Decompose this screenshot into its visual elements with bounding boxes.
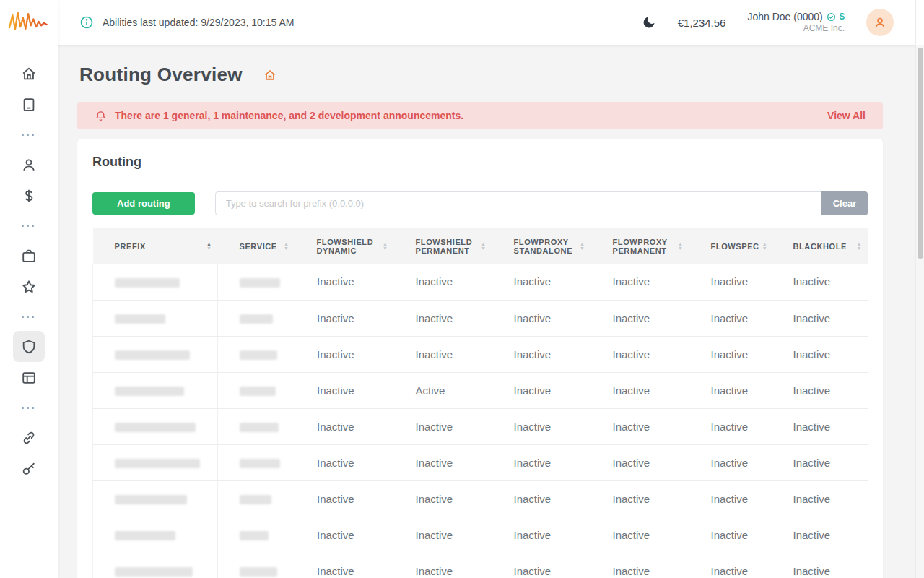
main-column: Abilities last updated: 9/29/2023, 10:15… bbox=[58, 0, 915, 578]
status-cell: Inactive bbox=[591, 517, 689, 553]
status-cell: Inactive bbox=[772, 300, 868, 336]
status-cell: Inactive bbox=[772, 553, 868, 578]
status-cell: Inactive bbox=[492, 553, 591, 578]
redacted-prefix bbox=[115, 387, 184, 396]
status-cell: Inactive bbox=[689, 336, 772, 372]
prefix-cell bbox=[93, 264, 218, 300]
column-header-flowshield-dynamic[interactable]: FLOWSHIELD DYNAMIC▲▼ bbox=[295, 228, 394, 264]
prefix-search-input[interactable] bbox=[215, 191, 821, 215]
sidebar-item-keys[interactable] bbox=[13, 453, 45, 484]
column-header-flowproxy-standalone[interactable]: FLOWPROXY STANDALONE▲▼ bbox=[492, 228, 591, 264]
status-cell: Inactive bbox=[295, 517, 394, 553]
star-icon bbox=[21, 279, 37, 295]
prefix-cell bbox=[93, 408, 218, 444]
sidebar-item-billing[interactable] bbox=[13, 180, 45, 211]
table-row[interactable]: InactiveInactiveInactiveInactiveInactive… bbox=[93, 264, 868, 300]
ellipsis-separator: ··· bbox=[22, 302, 37, 331]
redacted-service bbox=[240, 314, 273, 324]
sidebar-item-services[interactable] bbox=[13, 240, 45, 271]
status-cell: Inactive bbox=[295, 444, 394, 480]
table-row[interactable]: InactiveInactiveInactiveInactiveInactive… bbox=[93, 517, 868, 553]
table-row[interactable]: InactiveInactiveInactiveInactiveInactive… bbox=[93, 408, 868, 444]
column-header-flowproxy-permanent[interactable]: FLOWPROXY PERMANENT▲▼ bbox=[591, 228, 689, 264]
sidebar-item-home[interactable] bbox=[13, 58, 45, 89]
status-cell: Inactive bbox=[394, 300, 492, 336]
sidebar-item-docs[interactable] bbox=[13, 89, 45, 120]
announcement-text: There are 1 general, 1 maintenance, and … bbox=[115, 110, 463, 121]
status-cell: Inactive bbox=[394, 553, 492, 578]
status-cell: Inactive bbox=[689, 300, 772, 336]
status-cell: Inactive bbox=[591, 264, 689, 300]
column-header-prefix[interactable]: PREFIX▲▼ bbox=[93, 228, 218, 264]
status-cell: Inactive bbox=[394, 336, 492, 372]
status-cell: Inactive bbox=[591, 300, 689, 336]
redacted-prefix bbox=[115, 423, 196, 432]
sidebar-item-account[interactable] bbox=[13, 149, 45, 180]
user-menu[interactable]: John Doe (0000) $ ACME Inc. bbox=[747, 10, 845, 35]
routing-card-title: Routing bbox=[92, 155, 868, 170]
breadcrumb-home-link[interactable] bbox=[263, 69, 276, 82]
table-row[interactable]: InactiveInactiveInactiveInactiveInactive… bbox=[93, 336, 868, 372]
status-cell: Inactive bbox=[394, 264, 492, 300]
table-header-row: PREFIX▲▼SERVICE▲▼FLOWSHIELD DYNAMIC▲▼FLO… bbox=[93, 228, 868, 264]
status-cell: Inactive bbox=[591, 372, 689, 408]
redacted-prefix bbox=[115, 314, 165, 324]
routing-controls: Add routing Clear bbox=[92, 191, 868, 215]
redacted-service bbox=[240, 495, 271, 504]
table-row[interactable]: InactiveInactiveInactiveInactiveInactive… bbox=[93, 553, 868, 578]
view-all-link[interactable]: View All bbox=[827, 110, 866, 121]
status-cell: Inactive bbox=[772, 444, 868, 480]
table-row[interactable]: InactiveInactiveInactiveInactiveInactive… bbox=[93, 480, 868, 517]
status-cell: Inactive bbox=[689, 444, 772, 480]
table-row[interactable]: InactiveActiveInactiveInactiveInactiveIn… bbox=[93, 372, 868, 408]
dollar-icon bbox=[21, 188, 37, 204]
status-cell: Inactive bbox=[591, 553, 689, 578]
column-header-flowspec[interactable]: FLOWSPEC▲▼ bbox=[689, 228, 772, 264]
status-cell: Inactive bbox=[772, 517, 868, 553]
redacted-service bbox=[240, 531, 269, 540]
add-routing-button[interactable]: Add routing bbox=[92, 192, 195, 215]
table-icon bbox=[21, 370, 37, 386]
redacted-prefix bbox=[115, 278, 180, 288]
status-cell: Inactive bbox=[295, 408, 394, 444]
sort-carets-icon: ▲▼ bbox=[678, 242, 685, 251]
column-header-blackhole[interactable]: BLACKHOLE▲▼ bbox=[772, 228, 868, 264]
status-cell: Inactive bbox=[295, 553, 394, 578]
status-cell: Inactive bbox=[295, 336, 394, 372]
sidebar-item-favorites[interactable] bbox=[13, 271, 45, 302]
logo-waveform-icon bbox=[8, 7, 50, 36]
ellipsis-separator: ··· bbox=[22, 393, 37, 422]
status-cell: Inactive bbox=[394, 444, 492, 480]
ellipsis-separator: ··· bbox=[22, 120, 37, 149]
status-cell: Inactive bbox=[295, 480, 394, 517]
sidebar-item-protection[interactable] bbox=[13, 331, 45, 362]
brand-logo[interactable] bbox=[8, 7, 50, 39]
scrollbar-thumb[interactable] bbox=[918, 48, 923, 259]
sidebar-item-links[interactable] bbox=[13, 422, 45, 453]
sidebar: ··· ··· ··· bbox=[0, 0, 58, 578]
sidebar-nav: ··· ··· ··· bbox=[13, 58, 45, 484]
status-cell: Inactive bbox=[689, 553, 772, 578]
sidebar-item-tables[interactable] bbox=[13, 362, 45, 393]
clear-search-button[interactable]: Clear bbox=[821, 191, 868, 215]
prefix-cell bbox=[93, 553, 218, 578]
person-icon bbox=[873, 15, 887, 30]
sort-carets-icon: ▲▼ bbox=[580, 242, 587, 251]
dollar-badge-icon: $ bbox=[840, 11, 845, 23]
page-title: Routing Overview bbox=[79, 64, 243, 86]
status-cell: Inactive bbox=[492, 300, 591, 336]
scrollbar-track[interactable] bbox=[915, 0, 924, 578]
routing-table: PREFIX▲▼SERVICE▲▼FLOWSHIELD DYNAMIC▲▼FLO… bbox=[92, 228, 868, 578]
bell-icon bbox=[95, 110, 107, 122]
column-header-service[interactable]: SERVICE▲▼ bbox=[218, 228, 295, 264]
key-icon bbox=[21, 461, 37, 477]
home-icon bbox=[21, 66, 37, 82]
page-head: Routing Overview bbox=[79, 64, 883, 86]
topbar-actions: €1,234.56 John Doe (0000) $ ACME Inc. bbox=[642, 9, 894, 36]
table-row[interactable]: InactiveInactiveInactiveInactiveInactive… bbox=[93, 300, 868, 336]
column-header-flowshield-permanent[interactable]: FLOWSHIELD PERMANENT▲▼ bbox=[394, 228, 492, 264]
home-icon bbox=[263, 69, 276, 82]
dark-mode-toggle[interactable] bbox=[642, 15, 656, 30]
avatar[interactable] bbox=[866, 9, 894, 36]
table-row[interactable]: InactiveInactiveInactiveInactiveInactive… bbox=[93, 444, 868, 480]
